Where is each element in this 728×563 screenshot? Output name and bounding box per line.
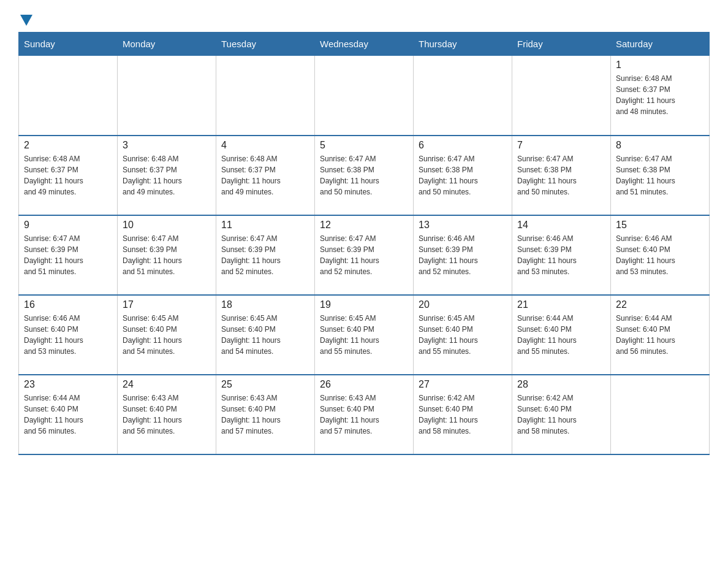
day-info: Sunrise: 6:45 AM Sunset: 6:40 PM Dayligh… <box>320 313 408 357</box>
day-number: 21 <box>517 299 605 310</box>
calendar-cell: 18Sunrise: 6:45 AM Sunset: 6:40 PM Dayli… <box>216 295 315 375</box>
calendar-cell: 5Sunrise: 6:47 AM Sunset: 6:38 PM Daylig… <box>315 136 414 215</box>
day-number: 14 <box>517 220 605 231</box>
calendar-cell <box>512 56 611 136</box>
calendar-cell: 21Sunrise: 6:44 AM Sunset: 6:40 PM Dayli… <box>512 295 611 375</box>
day-info: Sunrise: 6:47 AM Sunset: 6:39 PM Dayligh… <box>221 233 309 277</box>
day-number: 13 <box>419 220 507 231</box>
day-info: Sunrise: 6:43 AM Sunset: 6:40 PM Dayligh… <box>320 393 408 437</box>
day-info: Sunrise: 6:43 AM Sunset: 6:40 PM Dayligh… <box>123 393 211 437</box>
calendar-cell <box>414 56 512 136</box>
logo-triangle-icon <box>20 15 32 26</box>
calendar-week-row: 2Sunrise: 6:48 AM Sunset: 6:37 PM Daylig… <box>19 136 710 215</box>
calendar-cell: 20Sunrise: 6:45 AM Sunset: 6:40 PM Dayli… <box>414 295 512 375</box>
day-number: 26 <box>320 379 408 390</box>
day-info: Sunrise: 6:47 AM Sunset: 6:39 PM Dayligh… <box>123 233 211 277</box>
calendar-cell: 24Sunrise: 6:43 AM Sunset: 6:40 PM Dayli… <box>118 375 216 454</box>
calendar-cell <box>315 56 414 136</box>
calendar-cell: 15Sunrise: 6:46 AM Sunset: 6:40 PM Dayli… <box>611 215 710 295</box>
day-number: 6 <box>419 140 507 151</box>
calendar-table: SundayMondayTuesdayWednesdayThursdayFrid… <box>18 32 710 455</box>
calendar-cell: 6Sunrise: 6:47 AM Sunset: 6:38 PM Daylig… <box>414 136 512 215</box>
day-number: 24 <box>123 379 211 390</box>
day-info: Sunrise: 6:44 AM Sunset: 6:40 PM Dayligh… <box>616 313 704 357</box>
calendar-cell: 10Sunrise: 6:47 AM Sunset: 6:39 PM Dayli… <box>118 215 216 295</box>
day-info: Sunrise: 6:48 AM Sunset: 6:37 PM Dayligh… <box>616 73 704 117</box>
calendar-cell: 1Sunrise: 6:48 AM Sunset: 6:37 PM Daylig… <box>611 56 710 136</box>
day-info: Sunrise: 6:45 AM Sunset: 6:40 PM Dayligh… <box>419 313 507 357</box>
day-number: 10 <box>123 220 211 231</box>
calendar-cell: 13Sunrise: 6:46 AM Sunset: 6:39 PM Dayli… <box>414 215 512 295</box>
day-info: Sunrise: 6:45 AM Sunset: 6:40 PM Dayligh… <box>123 313 211 357</box>
calendar-cell <box>118 56 216 136</box>
weekday-header: Monday <box>118 33 216 56</box>
calendar-cell: 8Sunrise: 6:47 AM Sunset: 6:38 PM Daylig… <box>611 136 710 215</box>
day-number: 7 <box>517 140 605 151</box>
day-number: 11 <box>221 220 309 231</box>
day-number: 18 <box>221 299 309 310</box>
calendar-cell: 11Sunrise: 6:47 AM Sunset: 6:39 PM Dayli… <box>216 215 315 295</box>
day-number: 3 <box>123 140 211 151</box>
calendar-week-row: 1Sunrise: 6:48 AM Sunset: 6:37 PM Daylig… <box>19 56 710 136</box>
day-number: 4 <box>221 140 309 151</box>
calendar-cell: 28Sunrise: 6:42 AM Sunset: 6:40 PM Dayli… <box>512 375 611 454</box>
day-info: Sunrise: 6:47 AM Sunset: 6:38 PM Dayligh… <box>419 153 507 197</box>
calendar-cell: 2Sunrise: 6:48 AM Sunset: 6:37 PM Daylig… <box>19 136 118 215</box>
calendar-cell: 12Sunrise: 6:47 AM Sunset: 6:39 PM Dayli… <box>315 215 414 295</box>
calendar-cell: 26Sunrise: 6:43 AM Sunset: 6:40 PM Dayli… <box>315 375 414 454</box>
day-info: Sunrise: 6:47 AM Sunset: 6:38 PM Dayligh… <box>517 153 605 197</box>
day-info: Sunrise: 6:46 AM Sunset: 6:39 PM Dayligh… <box>419 233 507 277</box>
calendar-cell: 7Sunrise: 6:47 AM Sunset: 6:38 PM Daylig… <box>512 136 611 215</box>
day-info: Sunrise: 6:47 AM Sunset: 6:39 PM Dayligh… <box>24 233 112 277</box>
day-number: 25 <box>221 379 309 390</box>
day-info: Sunrise: 6:46 AM Sunset: 6:40 PM Dayligh… <box>24 313 112 357</box>
day-info: Sunrise: 6:48 AM Sunset: 6:37 PM Dayligh… <box>221 153 309 197</box>
day-number: 9 <box>24 220 112 231</box>
weekday-header: Friday <box>512 33 611 56</box>
weekday-header: Sunday <box>19 33 118 56</box>
calendar-cell: 14Sunrise: 6:46 AM Sunset: 6:39 PM Dayli… <box>512 215 611 295</box>
day-info: Sunrise: 6:46 AM Sunset: 6:39 PM Dayligh… <box>517 233 605 277</box>
day-number: 1 <box>616 59 704 71</box>
day-info: Sunrise: 6:44 AM Sunset: 6:40 PM Dayligh… <box>517 313 605 357</box>
day-number: 16 <box>24 299 112 310</box>
day-number: 19 <box>320 299 408 310</box>
day-info: Sunrise: 6:47 AM Sunset: 6:39 PM Dayligh… <box>320 233 408 277</box>
calendar-cell: 19Sunrise: 6:45 AM Sunset: 6:40 PM Dayli… <box>315 295 414 375</box>
calendar-cell: 22Sunrise: 6:44 AM Sunset: 6:40 PM Dayli… <box>611 295 710 375</box>
day-info: Sunrise: 6:47 AM Sunset: 6:38 PM Dayligh… <box>616 153 704 197</box>
calendar-week-row: 23Sunrise: 6:44 AM Sunset: 6:40 PM Dayli… <box>19 375 710 454</box>
calendar-cell: 17Sunrise: 6:45 AM Sunset: 6:40 PM Dayli… <box>118 295 216 375</box>
calendar-cell: 9Sunrise: 6:47 AM Sunset: 6:39 PM Daylig… <box>19 215 118 295</box>
day-number: 20 <box>419 299 507 310</box>
weekday-header: Thursday <box>414 33 512 56</box>
calendar-header-row: SundayMondayTuesdayWednesdayThursdayFrid… <box>19 33 710 56</box>
day-info: Sunrise: 6:46 AM Sunset: 6:40 PM Dayligh… <box>616 233 704 277</box>
calendar-cell <box>611 375 710 454</box>
day-number: 27 <box>419 379 507 390</box>
calendar-cell: 16Sunrise: 6:46 AM Sunset: 6:40 PM Dayli… <box>19 295 118 375</box>
calendar-cell: 23Sunrise: 6:44 AM Sunset: 6:40 PM Dayli… <box>19 375 118 454</box>
day-info: Sunrise: 6:44 AM Sunset: 6:40 PM Dayligh… <box>24 393 112 437</box>
calendar-cell: 27Sunrise: 6:42 AM Sunset: 6:40 PM Dayli… <box>414 375 512 454</box>
weekday-header: Tuesday <box>216 33 315 56</box>
calendar-cell: 4Sunrise: 6:48 AM Sunset: 6:37 PM Daylig… <box>216 136 315 215</box>
day-info: Sunrise: 6:42 AM Sunset: 6:40 PM Dayligh… <box>517 393 605 437</box>
day-number: 28 <box>517 379 605 390</box>
day-number: 15 <box>616 220 704 231</box>
logo <box>18 12 32 26</box>
day-number: 17 <box>123 299 211 310</box>
day-number: 8 <box>616 140 704 151</box>
day-info: Sunrise: 6:47 AM Sunset: 6:38 PM Dayligh… <box>320 153 408 197</box>
day-number: 22 <box>616 299 704 310</box>
day-info: Sunrise: 6:43 AM Sunset: 6:40 PM Dayligh… <box>221 393 309 437</box>
day-info: Sunrise: 6:45 AM Sunset: 6:40 PM Dayligh… <box>221 313 309 357</box>
day-info: Sunrise: 6:48 AM Sunset: 6:37 PM Dayligh… <box>24 153 112 197</box>
day-number: 2 <box>24 140 112 151</box>
calendar-cell <box>19 56 118 136</box>
calendar-cell <box>216 56 315 136</box>
day-info: Sunrise: 6:42 AM Sunset: 6:40 PM Dayligh… <box>419 393 507 437</box>
day-info: Sunrise: 6:48 AM Sunset: 6:37 PM Dayligh… <box>123 153 211 197</box>
calendar-cell: 25Sunrise: 6:43 AM Sunset: 6:40 PM Dayli… <box>216 375 315 454</box>
day-number: 12 <box>320 220 408 231</box>
